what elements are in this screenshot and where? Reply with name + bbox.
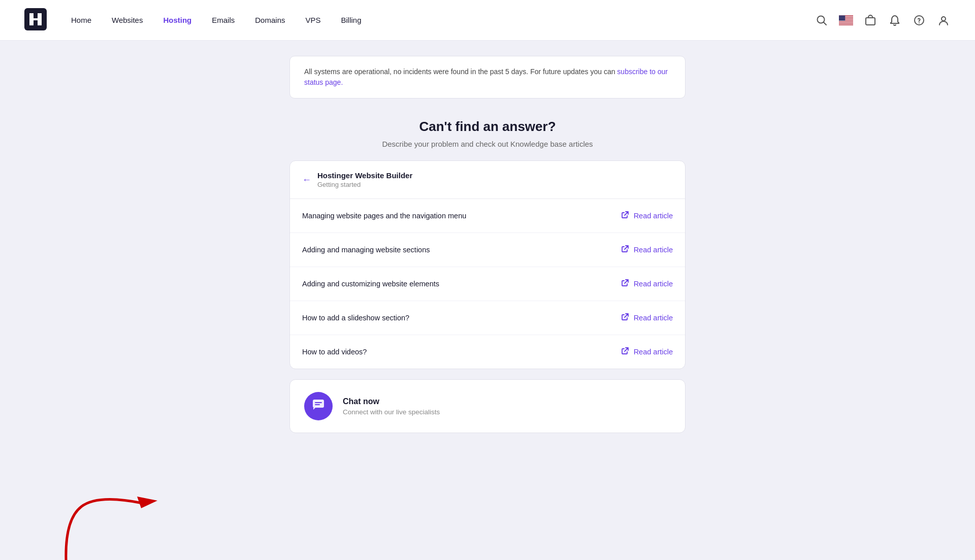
section-header: Can't find an answer? Describe your prob… (289, 119, 686, 148)
navbar: Home Websites Hosting Emails Domains VPS… (0, 0, 975, 41)
chat-card[interactable]: Chat now Connect with our live specialis… (289, 379, 686, 433)
read-article-label: Read article (634, 212, 673, 220)
status-bar: All systems are operational, no incident… (289, 56, 686, 98)
external-link-icon (621, 346, 630, 357)
svg-rect-9 (839, 23, 853, 24)
read-article-link-2[interactable]: Read article (621, 278, 673, 289)
read-article-link-0[interactable]: Read article (621, 210, 673, 221)
status-text: All systems are operational, no incident… (304, 68, 615, 76)
chat-subtitle: Connect with our live specialists (343, 408, 440, 416)
article-row[interactable]: Managing website pages and the navigatio… (290, 199, 685, 233)
svg-rect-16 (315, 402, 322, 403)
nav-websites[interactable]: Websites (112, 16, 143, 24)
external-link-icon (621, 244, 630, 255)
svg-rect-11 (866, 18, 875, 25)
svg-rect-7 (839, 20, 853, 21)
article-row[interactable]: How to add videos? Read article (290, 335, 685, 369)
svg-rect-8 (839, 22, 853, 22)
read-article-label: Read article (634, 314, 673, 322)
read-article-link-3[interactable]: Read article (621, 312, 673, 323)
article-row[interactable]: Adding and managing website sections Rea… (290, 233, 685, 267)
language-flag-icon[interactable] (839, 13, 853, 27)
svg-rect-17 (315, 404, 320, 405)
article-title: How to add videos? (302, 348, 367, 356)
article-title: How to add a slideshow section? (302, 314, 409, 322)
navbar-links: Home Websites Hosting Emails Domains VPS… (71, 16, 815, 24)
article-card: ← Hostinger Website Builder Getting star… (289, 160, 686, 369)
external-link-icon (621, 312, 630, 323)
section-subtitle: Describe your problem and check out Know… (289, 140, 686, 148)
chat-avatar (304, 392, 333, 420)
article-title: Adding and customizing website elements (302, 280, 439, 288)
nav-vps[interactable]: VPS (305, 16, 320, 24)
read-article-label: Read article (634, 246, 673, 254)
user-icon[interactable] (936, 13, 951, 27)
svg-point-13 (919, 22, 920, 23)
main-content: All systems are operational, no incident… (279, 56, 696, 474)
navbar-actions (815, 13, 951, 27)
nav-home[interactable]: Home (71, 16, 91, 24)
svg-line-2 (824, 22, 827, 25)
read-article-label: Read article (634, 280, 673, 288)
article-row[interactable]: Adding and customizing website elements … (290, 267, 685, 301)
read-article-link-4[interactable]: Read article (621, 346, 673, 357)
svg-rect-10 (839, 15, 845, 20)
nav-domains[interactable]: Domains (255, 16, 285, 24)
chat-icon (312, 398, 325, 414)
nav-emails[interactable]: Emails (212, 16, 235, 24)
notifications-icon[interactable] (888, 13, 902, 27)
arrow-annotation (0, 428, 168, 560)
svg-rect-15 (313, 400, 324, 408)
nav-billing[interactable]: Billing (341, 16, 361, 24)
svg-point-14 (941, 17, 946, 21)
card-header: ← Hostinger Website Builder Getting star… (290, 161, 685, 199)
nav-hosting[interactable]: Hosting (163, 16, 191, 24)
card-header-subtitle: Getting started (317, 181, 412, 188)
logo[interactable] (24, 8, 71, 32)
read-article-link-1[interactable]: Read article (621, 244, 673, 255)
search-icon[interactable] (815, 13, 829, 27)
card-header-title: Hostinger Website Builder (317, 171, 412, 180)
card-header-content: Hostinger Website Builder Getting starte… (317, 171, 412, 188)
external-link-icon (621, 210, 630, 221)
back-arrow-icon[interactable]: ← (302, 175, 311, 185)
article-title: Managing website pages and the navigatio… (302, 212, 466, 220)
read-article-label: Read article (634, 348, 673, 356)
svg-marker-18 (137, 497, 157, 508)
article-title: Adding and managing website sections (302, 246, 430, 254)
external-link-icon (621, 278, 630, 289)
chat-title: Chat now (343, 397, 440, 406)
help-icon[interactable] (912, 13, 926, 27)
section-title: Can't find an answer? (289, 119, 686, 135)
store-icon[interactable] (863, 13, 878, 27)
article-row[interactable]: How to add a slideshow section? Read art… (290, 301, 685, 335)
chat-text: Chat now Connect with our live specialis… (343, 397, 440, 416)
